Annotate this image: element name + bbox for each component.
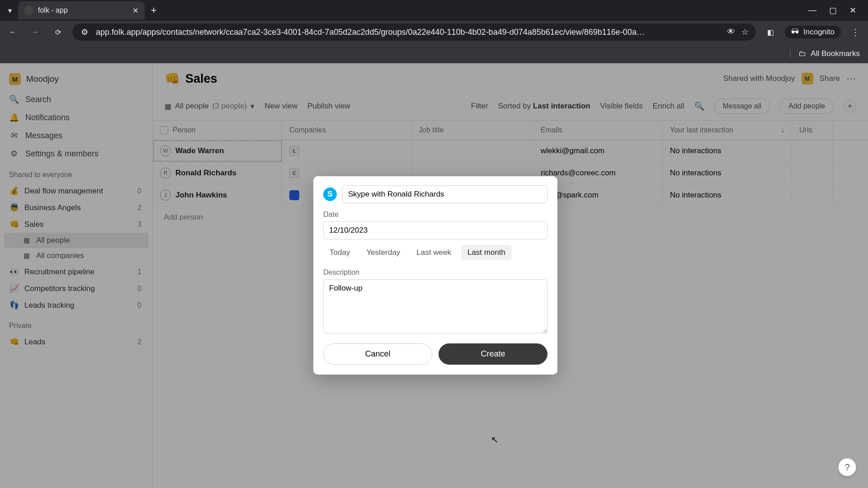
forward-button[interactable]: → — [27, 24, 43, 40]
create-interaction-modal: S Date Today Yesterday Last week Last mo… — [313, 176, 557, 375]
browser-chrome: ▾ folk - app ✕ + — ▢ ✕ ← → ⟳ ⚙ app.folk.… — [0, 0, 868, 63]
mouse-cursor-icon: ↖ — [491, 434, 499, 445]
site-settings-icon[interactable]: ⚙ — [80, 27, 90, 37]
nav-bar: ← → ⟳ ⚙ app.folk.app/apps/contacts/netwo… — [0, 21, 868, 43]
reload-button[interactable]: ⟳ — [50, 24, 66, 40]
date-quick-last-month[interactable]: Last month — [461, 245, 512, 260]
create-button[interactable]: Create — [439, 343, 547, 365]
tab-favicon-icon — [24, 6, 33, 15]
date-quick-yesterday[interactable]: Yesterday — [360, 245, 406, 260]
description-label: Description — [323, 268, 547, 277]
date-label: Date — [323, 211, 547, 219]
new-tab-button[interactable]: + — [146, 3, 161, 18]
skype-icon[interactable]: S — [323, 188, 337, 201]
tab-title: folk - app — [38, 6, 68, 14]
browser-menu-button[interactable]: ⋮ — [847, 27, 863, 38]
tab-bar: ▾ folk - app ✕ + — ▢ ✕ — [0, 0, 868, 21]
date-quick-today[interactable]: Today — [323, 245, 356, 260]
incognito-label: Incognito — [803, 28, 835, 37]
bookmark-star-icon[interactable]: ☆ — [741, 27, 749, 37]
tab-list-dropdown[interactable]: ▾ — [4, 4, 16, 17]
tracking-off-icon[interactable]: 👁 — [727, 27, 735, 37]
bookmarks-folder-icon: 🗀 — [798, 49, 806, 58]
window-controls: — ▢ ✕ — [808, 5, 864, 15]
date-input[interactable] — [323, 221, 547, 239]
close-window-button[interactable]: ✕ — [849, 5, 856, 15]
date-quick-last-week[interactable]: Last week — [410, 245, 458, 260]
minimize-button[interactable]: — — [808, 5, 816, 15]
incognito-icon: 🕶 — [791, 28, 799, 37]
description-textarea[interactable] — [323, 279, 547, 333]
interaction-title-input[interactable] — [342, 185, 547, 203]
bookmarks-bar: | 🗀 All Bookmarks — [0, 43, 868, 63]
back-button[interactable]: ← — [5, 24, 21, 40]
help-button[interactable]: ? — [838, 458, 856, 476]
incognito-badge[interactable]: 🕶 Incognito — [785, 26, 841, 38]
url-bar[interactable]: ⚙ app.folk.app/apps/contacts/network/cca… — [72, 23, 756, 41]
help-icon: ? — [844, 462, 849, 473]
date-quick-picks: Today Yesterday Last week Last month — [323, 245, 547, 260]
url-text: app.folk.app/apps/contacts/network/ccaa7… — [96, 28, 716, 37]
bookmarks-separator: | — [789, 49, 791, 58]
browser-tab[interactable]: folk - app ✕ — [18, 1, 145, 19]
url-actions: 👁 ☆ — [727, 27, 749, 37]
close-tab-button[interactable]: ✕ — [132, 6, 138, 15]
maximize-button[interactable]: ▢ — [829, 5, 837, 15]
side-panel-icon[interactable]: ◧ — [762, 24, 778, 40]
all-bookmarks-button[interactable]: All Bookmarks — [811, 49, 860, 58]
cancel-button[interactable]: Cancel — [323, 343, 432, 365]
